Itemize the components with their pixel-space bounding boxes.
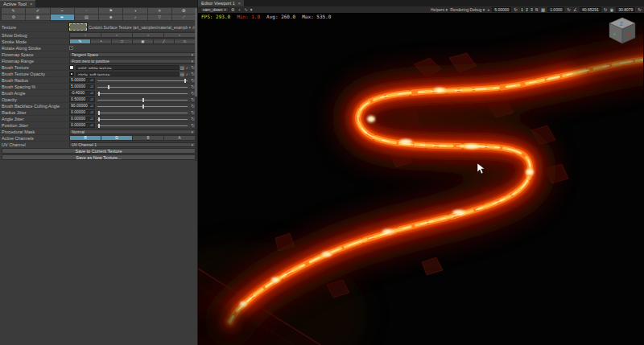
value-field[interactable]: -0.4000⇄ bbox=[69, 91, 95, 96]
tool-paint-brush-button[interactable]: ✎ bbox=[2, 8, 25, 14]
stroke-mode-segment-3[interactable]: □ bbox=[112, 39, 132, 43]
preset-3-button[interactable]: 3 bbox=[530, 7, 534, 12]
procedural-mask-dropdown[interactable]: Normal ▾ bbox=[69, 129, 196, 134]
folder-icon[interactable]: ▤ bbox=[180, 65, 184, 70]
angle-jitter-row: Angle Jitter 0.00000⇄ ↻ bbox=[0, 115, 197, 121]
active-channels-segment-1[interactable]: R bbox=[70, 136, 101, 140]
radius-jitter-slider[interactable] bbox=[97, 110, 188, 115]
field-label: Flowmap Range bbox=[2, 59, 69, 64]
flowmap-range-dropdown[interactable]: From zero to positive ▾ bbox=[69, 59, 196, 64]
close-icon[interactable]: × bbox=[30, 2, 33, 6]
brush-radius-slider[interactable] bbox=[97, 78, 188, 83]
active-channels-segments: RGBA bbox=[69, 135, 196, 141]
brush-radius-row: Brush Radius 5.00000⇄ ↻ bbox=[0, 76, 197, 83]
tool-knife-button[interactable]: ⟋ bbox=[172, 14, 196, 20]
stroke-mode-segment-1[interactable]: ✎ bbox=[70, 39, 90, 43]
rendering-debug-menu[interactable]: Rendering Debug ▾ bbox=[450, 7, 485, 12]
tool-fill-button[interactable]: ⚑ bbox=[99, 8, 122, 14]
folder-icon[interactable]: ▤ bbox=[180, 72, 184, 76]
value-field[interactable]: 5.00000⇄ bbox=[69, 84, 95, 89]
backface-culling-slider[interactable] bbox=[97, 104, 188, 109]
stroke-mode-segment-2[interactable]: • bbox=[91, 39, 111, 43]
max-stat: Max: 535.0 bbox=[302, 14, 331, 19]
stroke-mode-segment-5[interactable]: ╱ bbox=[154, 39, 174, 43]
tab-active-tool-label: Active Tool bbox=[3, 2, 27, 6]
reset-icon[interactable]: ↻ bbox=[638, 7, 642, 12]
tool-gear-button[interactable]: ⚙ bbox=[2, 14, 25, 20]
angle-snap-field[interactable]: 40.65291 bbox=[580, 7, 601, 12]
uv-channel-dropdown[interactable]: UV Channel 1 ▾ bbox=[69, 142, 196, 147]
save-to-current-texture-button[interactable]: Save to Current Texture bbox=[2, 148, 196, 154]
angle-snap-icon[interactable]: ∠ bbox=[573, 7, 577, 12]
tab-active-tool[interactable]: Active Tool × bbox=[0, 0, 35, 7]
curve-icon[interactable]: ∿ bbox=[244, 7, 248, 12]
brush-texture-opacity-name[interactable]: circle_soft.texture bbox=[76, 72, 179, 76]
min-stat: Min: 1.0 bbox=[237, 14, 260, 19]
viewport-scene[interactable]: FPS: 293.0 Min: 1.0 Avg: 260.0 Max: 535.… bbox=[198, 13, 644, 345]
save-as-new-texture-button[interactable]: Save as New Texture... bbox=[2, 154, 196, 160]
value-field[interactable]: 0.00000⇄ bbox=[69, 117, 95, 121]
tool-grid: ✎✐⌁◦⚑◑✳❂⚙▣✒▤◈♪▽⟋ bbox=[0, 7, 197, 21]
flowmap-space-dropdown[interactable]: Tangent Space ▾ bbox=[69, 52, 196, 57]
reset-icon[interactable]: ↻ bbox=[604, 7, 608, 12]
gear-icon[interactable]: ⚙ bbox=[231, 7, 235, 12]
stroke-mode-segment-4[interactable]: ▣ bbox=[133, 39, 153, 43]
brush-texture-name[interactable]: solid_white.texture bbox=[76, 65, 179, 70]
value-field[interactable]: 0.00000⇄ bbox=[69, 123, 95, 128]
show-debug-segment-1[interactable]: ▫ bbox=[70, 33, 101, 37]
rotate-along-stroke-checkbox[interactable] bbox=[69, 46, 73, 50]
add-icon[interactable]: ＋ bbox=[237, 7, 242, 13]
tab-editor-viewport-1[interactable]: Editor Viewport 1 × bbox=[198, 0, 244, 6]
value-field[interactable]: 90.00000⇄ bbox=[69, 104, 95, 109]
search-icon[interactable]: ⌕ bbox=[186, 72, 188, 76]
tool-texture-button[interactable]: ▤ bbox=[75, 14, 98, 20]
texture-path[interactable]: Custom Surface Texture (art_samples/mate… bbox=[89, 25, 188, 30]
active-channels-segment-3[interactable]: B bbox=[133, 136, 163, 140]
position-jitter-slider[interactable] bbox=[97, 123, 188, 128]
value-field[interactable]: 0.00000⇄ bbox=[69, 110, 95, 115]
tool-flowmap-brush-button[interactable]: ✒ bbox=[51, 14, 74, 20]
active-channels-segment-4[interactable]: A bbox=[164, 136, 195, 140]
angle-jitter-slider[interactable] bbox=[97, 117, 188, 121]
position-jitter-row: Position Jitter 0.00000⇄ ↻ bbox=[0, 121, 197, 128]
reset-icon[interactable]: ↻ bbox=[567, 7, 571, 12]
gizmo-y-axis-label: ⁕ bbox=[613, 32, 617, 37]
tool-mask-button[interactable]: ◈ bbox=[99, 14, 122, 20]
show-debug-segment-4[interactable]: ▫ bbox=[164, 33, 195, 37]
reset-icon[interactable]: ↻ bbox=[514, 7, 518, 12]
camera-select-dropdown[interactable]: cam_down ▾ bbox=[200, 7, 229, 12]
close-icon[interactable]: × bbox=[238, 1, 241, 6]
tool-eraser-button[interactable]: ✐ bbox=[26, 8, 49, 14]
tool-filter-button[interactable]: ▽ bbox=[148, 14, 171, 20]
tool-droplet-button[interactable]: ◦ bbox=[75, 8, 98, 14]
chevron-down-icon[interactable]: ▾ bbox=[189, 25, 192, 30]
opacity-slider[interactable] bbox=[97, 97, 188, 102]
fov-icon[interactable]: ◉ bbox=[610, 7, 614, 12]
value-field[interactable]: 5.00000⇄ bbox=[69, 78, 95, 83]
fov-field[interactable]: 30.8079 bbox=[616, 7, 635, 12]
brush-angle-slider[interactable] bbox=[97, 91, 188, 96]
tool-contrast-button[interactable]: ◑ bbox=[123, 8, 147, 14]
active-channels-segment-2[interactable]: G bbox=[101, 136, 132, 140]
preset-N-button[interactable]: N bbox=[535, 7, 539, 12]
search-icon[interactable]: ⌕ bbox=[186, 65, 188, 70]
tool-noise-button[interactable]: ✳ bbox=[148, 8, 171, 14]
camera-speed-field[interactable]: 5.00000 bbox=[492, 7, 511, 12]
value-field[interactable]: 0.50000⇄ bbox=[69, 97, 95, 102]
grid-snap-field[interactable]: 1.0000 bbox=[547, 7, 564, 12]
chevron-down-icon[interactable]: ▾ bbox=[250, 7, 253, 12]
tool-settings-sun-button[interactable]: ❂ bbox=[172, 8, 196, 14]
tool-image-button[interactable]: ▣ bbox=[26, 14, 49, 20]
stroke-mode-segment-6[interactable]: ◇ bbox=[175, 39, 195, 43]
preset-2-button[interactable]: 2 bbox=[525, 7, 529, 12]
show-debug-segment-3[interactable]: ▫ bbox=[133, 33, 163, 37]
tool-eyedropper-button[interactable]: ⌁ bbox=[51, 8, 74, 14]
tool-modifier-button[interactable]: ♪ bbox=[123, 14, 147, 20]
texture-thumbnail[interactable] bbox=[69, 23, 87, 31]
preset-1-button[interactable]: 1 bbox=[520, 7, 524, 12]
brush-spacing-slider[interactable] bbox=[97, 84, 188, 89]
panel-scrollbar[interactable] bbox=[195, 8, 197, 161]
helpers-menu[interactable]: Helpers ▾ bbox=[431, 7, 448, 12]
show-debug-segment-2[interactable]: ▫ bbox=[101, 33, 132, 37]
grid-snap-icon[interactable]: ▦ bbox=[541, 7, 545, 12]
